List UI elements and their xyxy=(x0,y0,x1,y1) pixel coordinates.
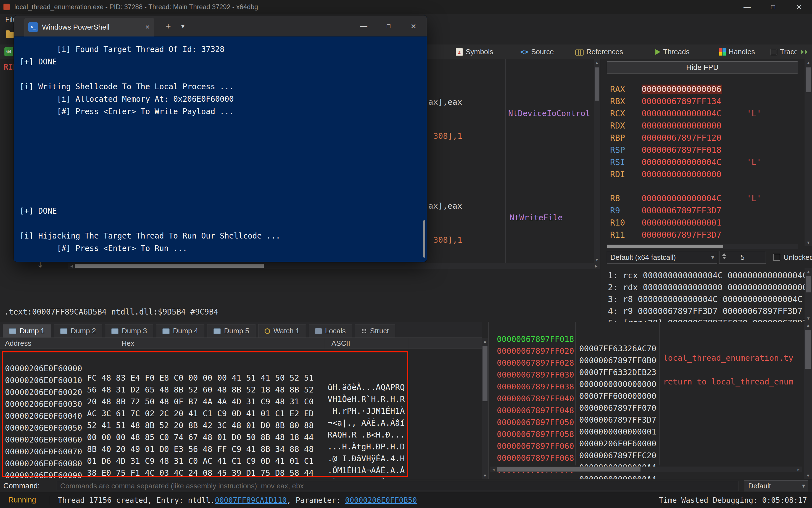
scrollbar-thumb[interactable] xyxy=(805,330,811,369)
register-horizontal-scrollbar[interactable] xyxy=(607,244,798,249)
calling-convention-dropdown[interactable]: Default (x64 fastcall) xyxy=(607,251,717,264)
tab-close-icon[interactable] xyxy=(145,23,150,32)
api-label[interactable]: NtWriteFile xyxy=(510,213,563,222)
register-row[interactable]: RSI 000000000000004C 'L' xyxy=(600,156,812,168)
scroll-down-icon[interactable] xyxy=(804,473,812,478)
argument-row[interactable]: 5: [rsp+28] 00000067897FF070 00000067897… xyxy=(600,317,812,322)
register-row[interactable]: RSP 00000067897FF018 xyxy=(600,144,812,156)
scrollbar-thumb[interactable] xyxy=(75,264,264,268)
command-input[interactable] xyxy=(57,481,739,491)
scroll-up-icon[interactable] xyxy=(594,60,600,65)
parameter-address-link[interactable]: 00000206E0FF0B50 xyxy=(345,496,417,504)
ps-close-button[interactable] xyxy=(404,15,423,37)
scroll-right-icon[interactable] xyxy=(594,264,599,268)
stack-row[interactable]: 00000067897FF040 00000067897FF070 xyxy=(489,384,804,396)
bottom-tab[interactable]: Dump 1 xyxy=(3,324,51,337)
spinner-arrows-icon[interactable] xyxy=(722,253,726,259)
disasm-vertical-scrollbar[interactable] xyxy=(594,59,600,263)
argument-row[interactable]: 2: rdx 0000000000000000 0000000000000000 xyxy=(600,281,812,293)
hide-fpu-button[interactable]: Hide FPU xyxy=(607,61,798,74)
tab-references[interactable]: References xyxy=(575,44,623,59)
scroll-right-icon[interactable] xyxy=(796,467,801,472)
tab-handles[interactable]: Handles xyxy=(719,44,755,59)
dump-row[interactable]: 00000206E0F60030 AC 3C 61 7C 02 2C 20 41… xyxy=(0,390,482,402)
instruction-fragment[interactable]: ax],eax xyxy=(428,97,462,107)
stack-horizontal-scrollbar[interactable] xyxy=(490,467,802,472)
bottom-tab[interactable]: Dump 2 xyxy=(54,324,102,337)
dump-row[interactable]: 00000206E0F60020 20 48 8B 72 50 48 0F B7… xyxy=(0,378,482,390)
entry-address-link[interactable]: 00007FF89CA1D110 xyxy=(215,496,287,504)
tab-source[interactable]: Source xyxy=(520,44,554,59)
scroll-up-icon[interactable] xyxy=(804,323,812,328)
register-row[interactable]: RCX 000000000000004C 'L' xyxy=(600,107,812,119)
scroll-down-icon[interactable] xyxy=(594,257,600,262)
argument-row[interactable]: 4: r9 00000067897FF3D7 00000067897FF3D7 xyxy=(600,305,812,317)
instruction-fragment[interactable]: ax],eax xyxy=(428,201,462,211)
scroll-up-icon[interactable] xyxy=(805,269,812,274)
scrollbar-thumb[interactable] xyxy=(594,68,599,100)
close-button[interactable] xyxy=(786,0,812,14)
stack-row[interactable]: 00000067897FF058 00000206E0F60000 xyxy=(489,420,804,432)
tab-overflow-arrows[interactable] xyxy=(797,44,812,59)
register-row[interactable]: RBP 00000067897FF120 xyxy=(600,132,812,144)
dump-row[interactable]: 00000206E0F60040 52 41 51 48 8B 52 20 8B… xyxy=(0,402,482,414)
disasm-horizontal-scrollbar[interactable] xyxy=(68,263,600,269)
scroll-left-icon[interactable] xyxy=(69,264,74,268)
maximize-button[interactable] xyxy=(760,0,786,14)
dump-row[interactable]: 00000206E0F60080 38 E0 75 F1 4C 03 4C 24… xyxy=(0,450,482,461)
stack-row[interactable]: 00000067897FF038 00007FF600000000 xyxy=(489,373,804,384)
dump-row[interactable]: 00000206E0F60010 56 48 31 D2 65 48 8B 52… xyxy=(0,366,482,378)
register-row[interactable]: R8 000000000000004C 'L' xyxy=(600,192,812,204)
scrollbar-thumb[interactable] xyxy=(497,467,640,471)
dump-row[interactable]: 00000206E0F60090 8B 40 24 49 01 D0 66 41… xyxy=(0,461,482,473)
argument-vertical-scrollbar[interactable] xyxy=(805,268,812,322)
register-row[interactable]: R10 0000000000000001 xyxy=(600,216,812,228)
stack-row[interactable]: 00000067897FF018 00007FF63326AC70 local_… xyxy=(489,325,804,337)
scrollbar-thumb[interactable] xyxy=(607,245,723,248)
scrollbar-thumb[interactable] xyxy=(806,276,811,292)
stack-row[interactable]: 00000067897FF060 00000067897FFC20 xyxy=(489,432,804,444)
tab-symbols[interactable]: Symbols xyxy=(456,44,493,59)
argument-count-spinner[interactable]: 5 xyxy=(719,251,766,264)
register-row[interactable]: RDI 0000000000000000 xyxy=(600,168,812,180)
bottom-tab[interactable]: Dump 3 xyxy=(105,324,153,337)
scrollbar-thumb[interactable] xyxy=(806,68,811,92)
api-label[interactable]: NtDeviceIoControl xyxy=(508,109,590,118)
dump-row[interactable]: 00000206E0F60060 8B 40 20 49 01 D0 E3 56… xyxy=(0,426,482,437)
instruction-fragment[interactable]: 308],1 xyxy=(433,235,462,245)
tab-trace[interactable]: Trace xyxy=(771,44,798,59)
scroll-up-icon[interactable] xyxy=(805,60,812,65)
stack-row[interactable]: 00000067897FF048 00000067897FF3D7 xyxy=(489,396,804,408)
minimize-button[interactable] xyxy=(734,0,760,14)
bottom-tab[interactable]: Dump 4 xyxy=(156,324,204,337)
scroll-left-icon[interactable] xyxy=(491,467,496,472)
ps-minimize-button[interactable] xyxy=(354,15,373,37)
dump-row[interactable]: 00000206E0F60050 00 00 00 48 85 C0 74 67… xyxy=(0,414,482,426)
cpu-tab-icon[interactable] xyxy=(4,47,13,56)
scroll-down-icon[interactable] xyxy=(482,473,488,478)
stack-row[interactable]: 00000067897FF050 0000000000000001 xyxy=(489,408,804,420)
scroll-down-icon[interactable] xyxy=(805,240,812,245)
bottom-tab[interactable]: Locals xyxy=(309,324,352,337)
profile-dropdown[interactable]: Default xyxy=(744,480,808,492)
open-file-icon[interactable] xyxy=(6,32,14,38)
terminal-output[interactable]: [i] Found Target Thread Of Id: 37328 [+]… xyxy=(14,37,427,262)
stack-row[interactable]: 00000067897FF068 00000000000000A4 xyxy=(489,444,804,456)
dump-row[interactable]: 00000206E0F600A0 01 D0 41 8B 04 88 48 01… xyxy=(0,473,482,479)
unlocked-checkbox[interactable] xyxy=(773,254,780,261)
stack-row[interactable]: 00000067897FF030 0000000000000000 xyxy=(489,361,804,373)
argument-row[interactable]: 3: r8 000000000000004C 000000000000004C xyxy=(600,293,812,305)
dump-vertical-scrollbar[interactable] xyxy=(482,338,488,479)
new-tab-button[interactable] xyxy=(161,15,175,37)
bottom-tab[interactable]: Dump 5 xyxy=(207,324,255,337)
dump-row[interactable]: 00000206E0F60000 FC 48 83 E4 F0 E8 C0 00… xyxy=(0,354,482,366)
stack-vertical-scrollbar[interactable] xyxy=(804,322,812,479)
scroll-up-icon[interactable] xyxy=(482,339,488,344)
argument-row[interactable]: 1: rcx 000000000000004C 000000000000004C xyxy=(600,269,812,281)
bottom-tab[interactable]: Struct xyxy=(355,324,395,337)
bottom-tab[interactable]: Watch 1 xyxy=(258,324,306,337)
register-row[interactable]: R9 00000067897FF3D7 xyxy=(600,204,812,216)
register-row[interactable]: RAX 0000000000000006 xyxy=(600,83,812,95)
dump-row[interactable]: 00000206E0F60070 01 D6 4D 31 C9 48 31 C0… xyxy=(0,437,482,450)
tab-threads[interactable]: Threads xyxy=(655,44,689,59)
